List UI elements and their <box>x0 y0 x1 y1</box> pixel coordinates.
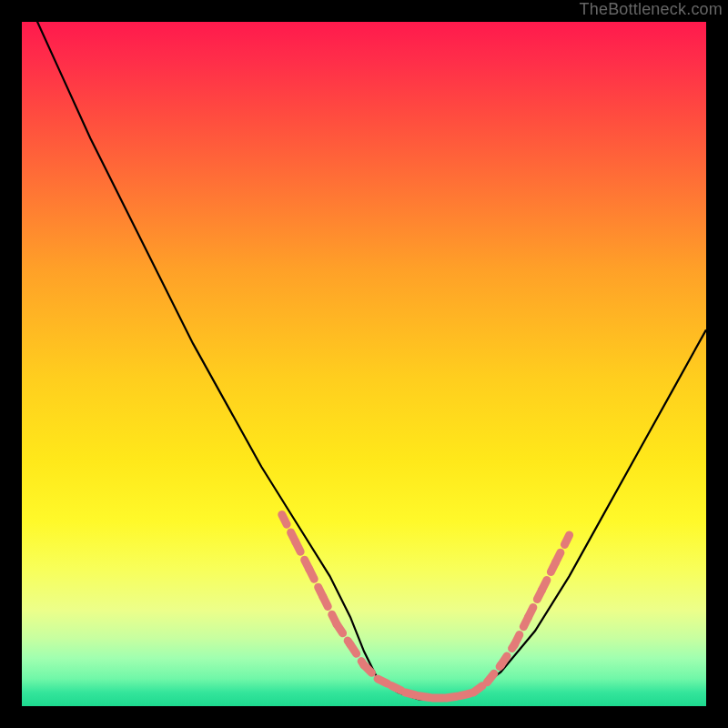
chart-frame <box>22 22 706 706</box>
highlight-segment <box>323 597 337 624</box>
chart-svg <box>22 22 706 706</box>
highlight-segment <box>556 535 570 562</box>
bottleneck-curve <box>22 22 706 699</box>
highlight-segment <box>309 570 323 597</box>
watermark-text: TheBottleneck.com <box>580 0 723 19</box>
highlight-dot-group <box>282 514 570 698</box>
highlight-segment <box>528 590 541 617</box>
highlight-segment <box>296 542 309 570</box>
highlight-segment <box>542 562 556 590</box>
